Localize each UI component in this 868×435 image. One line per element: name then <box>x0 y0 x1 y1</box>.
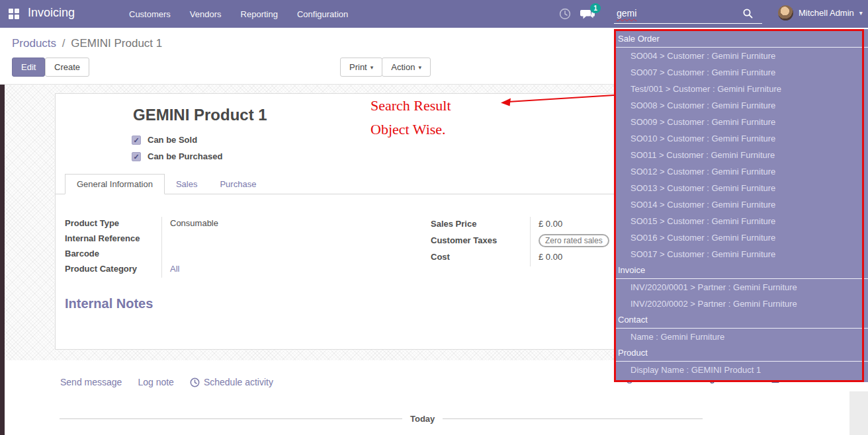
today-divider: Today <box>60 414 703 424</box>
chevron-down-icon: ▾ <box>859 9 863 17</box>
messages-icon[interactable]: 1 <box>580 7 595 20</box>
nav-menu-customers[interactable]: Customers <box>129 9 171 19</box>
breadcrumb-separator: / <box>62 37 65 50</box>
chevron-down-icon: ▾ <box>370 64 374 71</box>
send-message-button[interactable]: Send message <box>60 377 122 387</box>
field-value: Consumable <box>170 217 276 232</box>
search-group-header: Product <box>614 345 868 362</box>
action-button-group: Print▾ Action▾ <box>340 58 431 77</box>
annotation-text-line1: Search Result <box>370 97 451 114</box>
search-result-item[interactable]: SO017 > Customer : Gemini Furniture <box>614 246 868 262</box>
search-group-header: Contact <box>614 312 868 329</box>
clock-icon <box>190 377 200 387</box>
field-value <box>170 247 276 262</box>
field-label: Customer Taxes <box>431 233 530 250</box>
tab-purchase[interactable]: Purchase <box>208 175 267 194</box>
user-menu[interactable]: Mitchell Admin ▾ <box>778 5 863 20</box>
user-name: Mitchell Admin <box>799 8 854 18</box>
search-result-item[interactable]: SO016 > Customer : Gemini Furniture <box>614 229 868 246</box>
tab-sales[interactable]: Sales <box>165 175 209 194</box>
search-results-dropdown: Sale OrderSO004 > Customer : Gemini Furn… <box>614 29 868 382</box>
today-label: Today <box>410 414 435 424</box>
messages-badge: 1 <box>590 3 601 13</box>
left-edge-strip <box>0 85 5 435</box>
search-result-item[interactable]: SO009 > Customer : Gemini Furniture <box>614 114 868 130</box>
user-avatar <box>778 5 793 20</box>
search-result-item[interactable]: Display Name : GEMINI Product 1 <box>614 362 868 378</box>
edit-button[interactable]: Edit <box>12 58 45 77</box>
search-result-item[interactable]: SO014 > Customer : Gemini Furniture <box>614 196 868 213</box>
field-value <box>170 232 276 247</box>
field-label: Product Type <box>65 217 161 232</box>
annotation-text-line2: Object Wise. <box>370 121 446 138</box>
search-result-item[interactable]: Test/001 > Customer : Gemini Furniture <box>614 81 868 97</box>
create-button[interactable]: Create <box>45 58 89 77</box>
breadcrumb-current: GEMINI Product 1 <box>71 37 162 50</box>
chevron-down-icon: ▾ <box>418 64 421 71</box>
field-label: Barcode <box>65 247 161 262</box>
can-be-sold-row: ✓ Can be Sold <box>132 135 197 145</box>
search-result-item[interactable]: INV/2020/0001 > Partner : Gemini Furnitu… <box>614 279 868 296</box>
search-result-item[interactable]: SO011 > Customer : Gemini Furniture <box>614 147 868 163</box>
can-be-purchased-label: Can be Purchased <box>148 151 222 161</box>
app-name[interactable]: Invoicing <box>28 6 75 20</box>
can-be-sold-label: Can be Sold <box>148 135 197 145</box>
nav-menus: CustomersVendorsReportingConfiguration <box>129 9 348 19</box>
field-value[interactable]: All <box>170 262 276 278</box>
top-navbar: Invoicing CustomersVendorsReportingConfi… <box>0 0 868 28</box>
search-result-item[interactable]: SO008 > Customer : Gemini Furniture <box>614 97 868 114</box>
can-be-purchased-checkbox[interactable]: ✓ <box>132 152 141 161</box>
search-query-text: gemi <box>617 8 636 19</box>
search-result-item[interactable]: SO010 > Customer : Gemini Furniture <box>614 130 868 147</box>
field-label: Sales Price <box>431 217 530 233</box>
nav-menu-vendors[interactable]: Vendors <box>190 9 222 19</box>
chatter-buttons: Send message Log note Schedule activity <box>60 377 273 387</box>
field-label: Cost <box>431 250 530 266</box>
search-result-item[interactable]: SO007 > Customer : Gemini Furniture <box>614 64 868 81</box>
apps-grid-icon[interactable] <box>9 9 19 19</box>
search-input[interactable]: gemi <box>614 5 762 24</box>
search-group-header: Invoice <box>614 262 868 279</box>
tab-general-information[interactable]: General Information <box>65 174 165 194</box>
nav-menu-reporting[interactable]: Reporting <box>241 9 278 19</box>
product-title: GEMINI Product 1 <box>133 106 267 124</box>
nav-menu-configuration[interactable]: Configuration <box>297 9 348 19</box>
search-result-item[interactable]: SO013 > Customer : Gemini Furniture <box>614 180 868 196</box>
tax-badge: Zero rated sales <box>539 234 609 247</box>
print-dropdown-button[interactable]: Print▾ <box>340 58 382 77</box>
action-dropdown-button[interactable]: Action▾ <box>382 58 431 77</box>
log-note-button[interactable]: Log note <box>138 377 174 387</box>
search-result-item[interactable]: INV/2020/0002 > Partner : Gemini Furnitu… <box>614 296 868 312</box>
field-group-left: Product TypeInternal ReferenceBarcodePro… <box>65 217 276 278</box>
search-group-header: Sale Order <box>614 31 868 48</box>
field-label: Internal Reference <box>65 232 161 247</box>
search-result-item[interactable]: SO015 > Customer : Gemini Furniture <box>614 213 868 229</box>
breadcrumb: Products / GEMINI Product 1 <box>12 37 162 50</box>
search-icon[interactable] <box>743 9 753 19</box>
search-result-item[interactable]: SO012 > Customer : Gemini Furniture <box>614 163 868 180</box>
search-result-item[interactable]: SO004 > Customer : Gemini Furniture <box>614 48 868 64</box>
breadcrumb-products-link[interactable]: Products <box>12 37 56 50</box>
right-edge-strip <box>849 391 868 435</box>
annotation-arrow <box>498 91 617 108</box>
activities-clock-icon[interactable] <box>559 8 571 20</box>
search-result-item[interactable]: Name : Gemini Furniture <box>614 329 868 345</box>
page: Invoicing CustomersVendorsReportingConfi… <box>0 0 868 435</box>
can-be-sold-checkbox[interactable]: ✓ <box>132 136 141 145</box>
field-group-right: Sales PriceCustomer TaxesCost£ 0.00Zero … <box>431 217 644 266</box>
field-label: Product Category <box>65 262 161 278</box>
internal-notes-heading: Internal Notes <box>65 296 153 311</box>
schedule-activity-button[interactable]: Schedule activity <box>190 377 273 387</box>
can-be-purchased-row: ✓ Can be Purchased <box>132 151 222 161</box>
